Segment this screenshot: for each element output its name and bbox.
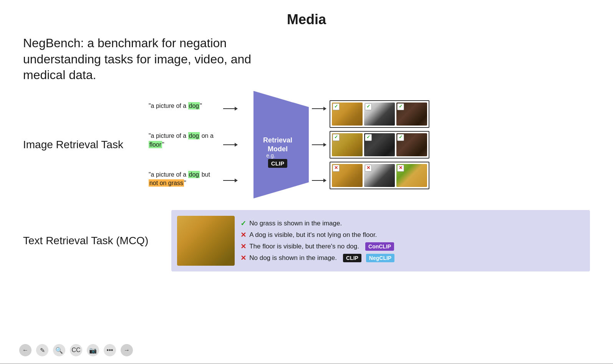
arrow-head-1 bbox=[235, 107, 238, 111]
option-4: ✕ No dog is shown in the image. CLIP Neg… bbox=[240, 254, 584, 262]
result-row-1: ✓ ✓ ✓ bbox=[330, 100, 429, 128]
option-text-4: No dog is shown in the image. bbox=[249, 254, 337, 262]
query-text-3: "a picture of a dog but not on grass" bbox=[146, 169, 223, 189]
video-button[interactable]: 📷 bbox=[87, 344, 99, 356]
arrow-line-1 bbox=[223, 108, 235, 109]
arrow-line-2 bbox=[223, 144, 235, 145]
forward-button[interactable]: → bbox=[121, 344, 133, 356]
option-check-1: ✓ bbox=[240, 219, 246, 228]
results-grid: ✓ ✓ ✓ bbox=[330, 100, 429, 189]
headline-bold: NegBench: bbox=[23, 36, 84, 50]
option-2: ✕ A dog is visible, but it's not lying o… bbox=[240, 231, 584, 239]
arrow-head-3 bbox=[235, 179, 238, 182]
retrieval-model-container: RetrievalModel e.g. CLIP bbox=[240, 91, 309, 199]
text-retrieval-section: Text Retrieval Task (MCQ) ✓ No grass is … bbox=[23, 210, 590, 271]
headline: NegBench: a benchmark for negation under… bbox=[23, 35, 292, 83]
diagram-area: "a picture of a dog" "a picture of a dog… bbox=[146, 91, 590, 199]
out-arrow-head-1 bbox=[323, 107, 326, 111]
out-arrow-head-3 bbox=[323, 179, 326, 182]
option-x-3: ✕ bbox=[240, 242, 246, 251]
query-text-2: "a picture of a dog on a floor" bbox=[146, 130, 223, 151]
eg-text: e.g. bbox=[266, 152, 275, 159]
check-icon-2-3: ✓ bbox=[397, 134, 404, 141]
out-arrow-3 bbox=[312, 179, 326, 182]
clip-badge-model: CLIP bbox=[268, 159, 287, 168]
arrows-from-model bbox=[312, 91, 326, 199]
highlight-dog-2: dog bbox=[188, 132, 200, 139]
option-text-3: The floor is visible, but there's no dog… bbox=[249, 243, 359, 250]
search-button[interactable]: 🔍 bbox=[53, 344, 65, 356]
out-arrow-2 bbox=[312, 143, 326, 147]
check-icon-1-3: ✓ bbox=[397, 103, 404, 110]
retrieval-model-shape: RetrievalModel e.g. CLIP bbox=[240, 91, 309, 199]
arrow-1 bbox=[223, 107, 238, 111]
result-img-1-3: ✓ bbox=[396, 103, 427, 126]
x-icon-3-1: ✕ bbox=[333, 165, 340, 172]
x-icon-3-3: ✕ bbox=[397, 165, 404, 172]
conclip-badge: ConCLIP bbox=[365, 242, 394, 251]
highlight-floor: floor bbox=[149, 141, 162, 148]
cc-button[interactable]: CC bbox=[70, 344, 82, 356]
edit-button[interactable]: ✎ bbox=[36, 344, 48, 356]
more-button[interactable]: ••• bbox=[104, 344, 116, 356]
check-icon-2-2: ✓ bbox=[365, 134, 372, 141]
arrows-to-model bbox=[223, 91, 238, 199]
check-icon-1-2: ✓ bbox=[365, 103, 372, 110]
toolbar: ← ✎ 🔍 CC 📷 ••• → bbox=[19, 344, 133, 356]
out-arrow-1 bbox=[312, 107, 326, 111]
out-arrow-line-3 bbox=[312, 180, 323, 181]
result-row-2: ✓ ✓ ✓ bbox=[330, 131, 429, 159]
queries-wrapper: "a picture of a dog" "a picture of a dog… bbox=[146, 91, 240, 199]
negclip-badge: NegCLIP bbox=[366, 254, 394, 262]
queries-inner: "a picture of a dog" "a picture of a dog… bbox=[146, 91, 223, 199]
out-arrow-line-2 bbox=[312, 144, 323, 145]
result-img-3-2: ✕ bbox=[364, 164, 395, 187]
result-img-2-2: ✓ bbox=[364, 133, 395, 156]
check-icon-1-1: ✓ bbox=[333, 103, 340, 110]
result-img-2-1: ✓ bbox=[332, 133, 363, 156]
highlight-dog-1: dog bbox=[188, 102, 200, 109]
text-retrieval-label: Text Retrieval Task (MCQ) bbox=[23, 234, 148, 248]
option-1: ✓ No grass is shown in the image. bbox=[240, 219, 584, 228]
back-button[interactable]: ← bbox=[19, 344, 31, 356]
x-icon-3-2: ✕ bbox=[365, 165, 372, 172]
query-1: "a picture of a dog" bbox=[146, 100, 223, 112]
arrow-head-2 bbox=[235, 143, 238, 147]
highlight-not-on-grass: not on grass bbox=[149, 179, 184, 187]
out-arrow-head-2 bbox=[323, 143, 326, 147]
page-title: Media bbox=[0, 0, 613, 28]
panel-options: ✓ No grass is shown in the image. ✕ A do… bbox=[240, 216, 584, 266]
arrow-line-3 bbox=[223, 180, 235, 181]
result-img-1-2: ✓ bbox=[364, 103, 395, 126]
check-icon-2-1: ✓ bbox=[333, 134, 340, 141]
query-3: "a picture of a dog but not on grass" bbox=[146, 169, 223, 189]
result-img-1-1: ✓ bbox=[332, 103, 363, 126]
image-retrieval-section: Image Retrieval Task "a picture of a dog… bbox=[23, 91, 590, 199]
text-retrieval-panel: ✓ No grass is shown in the image. ✕ A do… bbox=[171, 210, 590, 271]
result-img-3-3: ✕ bbox=[396, 164, 427, 187]
option-x-2: ✕ bbox=[240, 231, 246, 239]
query-2: "a picture of a dog on a floor" bbox=[146, 130, 223, 151]
option-x-4: ✕ bbox=[240, 254, 246, 262]
highlight-dog-3: dog bbox=[188, 171, 200, 178]
arrow-3 bbox=[223, 179, 238, 182]
image-retrieval-label: Image Retrieval Task bbox=[23, 138, 123, 152]
option-text-2: A dog is visible, but it's not lying on … bbox=[249, 231, 377, 239]
option-3: ✕ The floor is visible, but there's no d… bbox=[240, 242, 584, 251]
panel-dog-image bbox=[177, 216, 235, 266]
out-arrow-line-1 bbox=[312, 108, 323, 109]
result-img-3-1: ✕ bbox=[332, 164, 363, 187]
option-text-1: No grass is shown in the image. bbox=[249, 220, 342, 227]
clip-badge: CLIP bbox=[343, 254, 361, 262]
result-row-3: ✕ ✕ ✕ bbox=[330, 162, 429, 189]
query-text-1: "a picture of a dog" bbox=[146, 100, 204, 112]
arrow-2 bbox=[223, 143, 238, 147]
model-label: RetrievalModel bbox=[263, 136, 292, 154]
result-img-2-3: ✓ bbox=[396, 133, 427, 156]
